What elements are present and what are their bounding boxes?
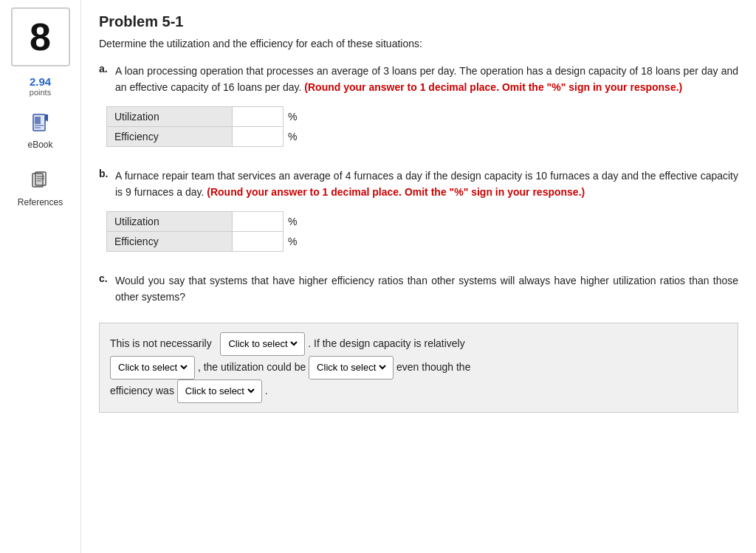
efficiency-input-cell-a	[233, 126, 284, 146]
table-row: Utilization %	[107, 106, 302, 126]
dropdown-2-select[interactable]: Click to select large small	[115, 361, 190, 374]
part-c-question: Would you say that systems that have hig…	[115, 272, 738, 306]
part-c-answer-box: This is not necessarily Click to select …	[99, 323, 738, 413]
part-c-end: .	[265, 385, 268, 396]
main-content: Problem 5-1 Determine the utilization an…	[81, 0, 756, 553]
part-c-text1: This is not necessarily	[110, 337, 212, 349]
dropdown-2[interactable]: Click to select large small	[110, 356, 195, 379]
part-c: c. Would you say that systems that have …	[99, 272, 738, 413]
part-b-letter: b.	[99, 168, 111, 179]
part-b-text: A furnace repair team that services an a…	[115, 168, 738, 201]
chapter-badge: 8	[11, 7, 70, 66]
problem-intro: Determine the utilization and the effici…	[99, 38, 738, 49]
ebook-label: eBook	[27, 140, 52, 150]
problem-title: Problem 5-1	[99, 13, 738, 30]
part-b-table: Utilization % Efficiency %	[106, 211, 302, 252]
points-label: points	[30, 88, 51, 97]
references-button[interactable]: References	[10, 163, 70, 212]
chapter-number: 8	[30, 15, 51, 59]
part-a-letter: a.	[99, 63, 111, 75]
sidebar: 8 2.94 points eBook	[0, 0, 81, 553]
dropdown-1-select[interactable]: Click to select true false	[225, 337, 300, 350]
part-a-text: A loan processing operation that process…	[115, 63, 738, 96]
dropdown-3-select[interactable]: Click to select high low	[314, 361, 388, 374]
part-c-text2: . If the design capacity is relatively	[308, 337, 464, 349]
part-c-text4: even though the	[396, 361, 470, 373]
part-c-text3: , the utilization could be	[198, 361, 309, 373]
table-row: Efficiency %	[107, 126, 302, 146]
part-c-letter: c.	[99, 272, 111, 284]
utilization-label-a: Utilization	[107, 106, 233, 126]
percent-b-util: %	[284, 211, 302, 231]
part-a-table: Utilization % Efficiency %	[106, 106, 302, 147]
efficiency-label-b: Efficiency	[107, 231, 233, 251]
dropdown-4[interactable]: Click to select high low	[177, 379, 262, 403]
part-a-instruction: (Round your answer to 1 decimal place. O…	[304, 81, 682, 93]
efficiency-input-cell-b	[233, 231, 284, 251]
part-b: b. A furnace repair team that services a…	[99, 168, 738, 252]
points-section: 2.94 points	[30, 75, 51, 97]
references-icon	[27, 168, 54, 194]
dropdown-3[interactable]: Click to select high low	[309, 356, 394, 379]
svg-marker-5	[45, 114, 48, 122]
svg-rect-2	[35, 117, 41, 124]
percent-b-eff: %	[284, 231, 302, 251]
ebook-button[interactable]: eBook	[20, 106, 61, 154]
part-a: a. A loan processing operation that proc…	[99, 63, 738, 147]
utilization-label-b: Utilization	[107, 211, 233, 231]
percent-a-eff: %	[284, 126, 302, 146]
utilization-input-cell-b	[233, 211, 284, 231]
table-row: Utilization %	[107, 211, 302, 231]
dropdown-4-select[interactable]: Click to select high low	[182, 385, 257, 397]
utilization-input-a[interactable]	[236, 111, 280, 123]
efficiency-input-b[interactable]	[236, 236, 280, 247]
percent-a-util: %	[284, 106, 302, 126]
part-b-instruction: (Round your answer to 1 decimal place. O…	[207, 186, 585, 198]
efficiency-label-a: Efficiency	[107, 126, 233, 146]
utilization-input-b[interactable]	[236, 216, 280, 227]
utilization-input-cell-a	[233, 106, 284, 126]
table-row: Efficiency %	[107, 231, 302, 251]
ebook-icon	[27, 110, 54, 137]
part-c-text5: efficiency was	[110, 385, 177, 396]
efficiency-input-a[interactable]	[236, 131, 280, 142]
references-label: References	[18, 197, 63, 207]
dropdown-1[interactable]: Click to select true false	[220, 332, 305, 356]
points-value: 2.94	[30, 75, 51, 88]
